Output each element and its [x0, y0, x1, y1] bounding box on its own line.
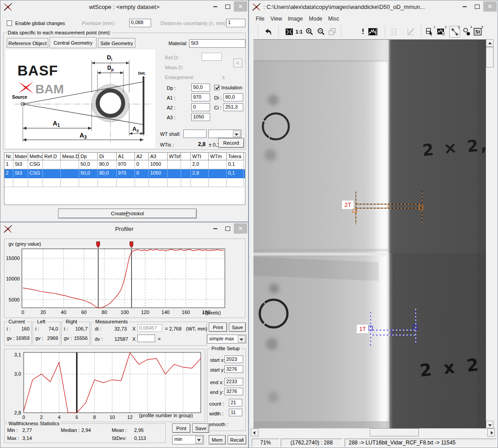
y-tick-label: 3,1: [14, 352, 21, 357]
wtscope-titlebar[interactable]: wtScope : <empty dataset> ✕: [0, 0, 248, 13]
print-button-2[interactable]: Print: [172, 423, 190, 433]
starty-field[interactable]: 3276: [224, 365, 243, 373]
lut-shift-icon[interactable]: 1→0 2→1 3→2: [389, 26, 399, 38]
undo-icon[interactable]: [262, 26, 273, 38]
table-cell: CSG: [28, 169, 43, 178]
table-header-cell[interactable]: Metho: [28, 153, 43, 160]
st-tool-icon[interactable]: St 5: [473, 26, 483, 38]
menu-file[interactable]: File: [256, 16, 264, 22]
a2-field[interactable]: 0: [191, 103, 210, 111]
combo-arrow-icon[interactable]: [195, 436, 203, 444]
fit-image-icon[interactable]: [284, 26, 295, 38]
zoom-out-icon[interactable]: [316, 26, 326, 38]
horizontal-scroll-thumb[interactable]: [370, 428, 419, 436]
viewer-titlebar[interactable]: : C:\Users\alex\data\copy\images\wanddic…: [249, 0, 498, 13]
endy-field[interactable]: 3276: [224, 388, 243, 395]
table-row[interactable]: 2St3CSG50,080,0970010502,80,1: [4, 169, 245, 178]
mem-button[interactable]: Mem: [209, 435, 226, 444]
ci-field[interactable]: 251,3: [224, 103, 243, 111]
histogram-icon[interactable]: [367, 26, 378, 38]
image-viewport[interactable]: 2 × 2,9 2 x 2 2T: [253, 39, 486, 429]
table-header-cell[interactable]: WTt: [191, 153, 209, 160]
close-button[interactable]: ✕: [234, 1, 247, 12]
maximize-button[interactable]: [221, 1, 234, 12]
pixelsize-field[interactable]: 0,088: [129, 19, 151, 27]
table-header-cell[interactable]: Di: [98, 153, 117, 160]
vertical-scrollbar[interactable]: [486, 39, 494, 428]
scroll-down-button[interactable]: [486, 421, 494, 428]
table-header-cell[interactable]: Ref.D: [43, 153, 61, 160]
wtshall-combo[interactable]: [208, 130, 241, 138]
menu-view[interactable]: View: [270, 16, 282, 22]
combo-arrow-icon[interactable]: [233, 130, 241, 137]
duplicate-window-icon[interactable]: [327, 26, 338, 38]
table-row[interactable]: [4, 178, 245, 187]
minimize-button[interactable]: [458, 1, 471, 12]
line-lut-icon[interactable]: [405, 26, 416, 38]
combo-arrow-icon[interactable]: [238, 335, 245, 343]
scroll-right-button[interactable]: [487, 428, 495, 436]
tab-side-geometry[interactable]: Side Geometry: [98, 38, 135, 48]
invert-icon[interactable]: !: [359, 26, 367, 38]
distances-field[interactable]: 1: [226, 19, 245, 27]
zoom-1-1-icon[interactable]: 1:1: [295, 26, 304, 38]
recall-button[interactable]: Recall: [228, 435, 246, 444]
profiler-titlebar[interactable]: Profiler ✕: [0, 222, 248, 235]
wtshall-field[interactable]: [183, 130, 207, 138]
scroll-left-button[interactable]: [251, 428, 258, 436]
rect-select-tool-icon[interactable]: 1: [425, 26, 435, 38]
width-field[interactable]: 11: [229, 409, 242, 416]
di-field[interactable]: 80,0: [224, 93, 243, 101]
record-button[interactable]: Record: [218, 138, 244, 148]
table-header-cell[interactable]: A2: [135, 153, 149, 160]
pixel-factor-field[interactable]: 0,08457: [137, 324, 162, 332]
stat-combo[interactable]: min: [172, 435, 204, 444]
minimize-button[interactable]: [209, 1, 221, 12]
table-header-cell[interactable]: A1: [117, 153, 135, 160]
table-header-cell[interactable]: A3: [149, 153, 168, 160]
tab-reference-object[interactable]: Reference Object: [7, 38, 48, 48]
minimize-button[interactable]: [209, 223, 221, 234]
table-header-cell[interactable]: Meas.D: [61, 153, 79, 160]
menu-misc[interactable]: Misc: [328, 16, 339, 22]
create-protokol-button[interactable]: Create Protokol: [58, 209, 197, 218]
measure-tool-icon[interactable]: 3: [449, 26, 460, 38]
a3-field[interactable]: 1050: [191, 113, 210, 121]
horizontal-scrollbar[interactable]: [251, 428, 495, 436]
insulation-checkbox[interactable]: [214, 85, 219, 90]
print-button-1[interactable]: Print: [209, 322, 227, 332]
table-header-cell[interactable]: Mater: [13, 153, 28, 160]
circle-tool-icon[interactable]: 4: [461, 26, 472, 38]
table-header-cell[interactable]: Tolera: [227, 153, 244, 160]
menu-mode[interactable]: Mode: [309, 16, 322, 22]
back-button[interactable]: <: [233, 59, 242, 67]
refd-field[interactable]: [202, 53, 222, 61]
table-header-cell[interactable]: Nr.: [4, 153, 13, 160]
material-field[interactable]: St3: [189, 39, 245, 48]
close-button[interactable]: ✕: [483, 1, 497, 12]
a1-field[interactable]: 970: [191, 93, 210, 101]
table-header-cell[interactable]: Dp: [79, 153, 98, 160]
table-header-cell[interactable]: WTsh: [168, 153, 181, 160]
image-select-tool-icon[interactable]: 2: [436, 26, 447, 38]
endx-field[interactable]: 2233: [224, 378, 243, 385]
table-header-cell[interactable]: [181, 153, 191, 160]
startx-field[interactable]: 2023: [224, 356, 243, 363]
close-button[interactable]: ✕: [234, 223, 247, 234]
scroll-up-button[interactable]: [486, 39, 494, 47]
zoom-in-icon[interactable]: [304, 26, 315, 38]
enable-global-checkbox[interactable]: [7, 21, 12, 26]
table-header-cell[interactable]: WTm: [209, 153, 227, 160]
dp-field[interactable]: 50,0: [191, 84, 210, 92]
maximize-button[interactable]: [221, 223, 234, 234]
table-cell: [181, 169, 191, 178]
menu-image[interactable]: Image: [288, 16, 303, 22]
dv-factor-field[interactable]: [137, 335, 155, 342]
table-row[interactable]: 1St3CSG50,080,0970010502,00,1: [4, 160, 245, 169]
count-field[interactable]: 21: [229, 399, 242, 406]
vertical-scroll-thumb[interactable]: [486, 47, 494, 67]
save-button-1[interactable]: Save: [229, 322, 246, 332]
maximize-button[interactable]: [471, 1, 483, 12]
mode-combo[interactable]: simple max: [207, 335, 246, 343]
tab-central-geometry[interactable]: Central Geometry: [50, 37, 97, 48]
